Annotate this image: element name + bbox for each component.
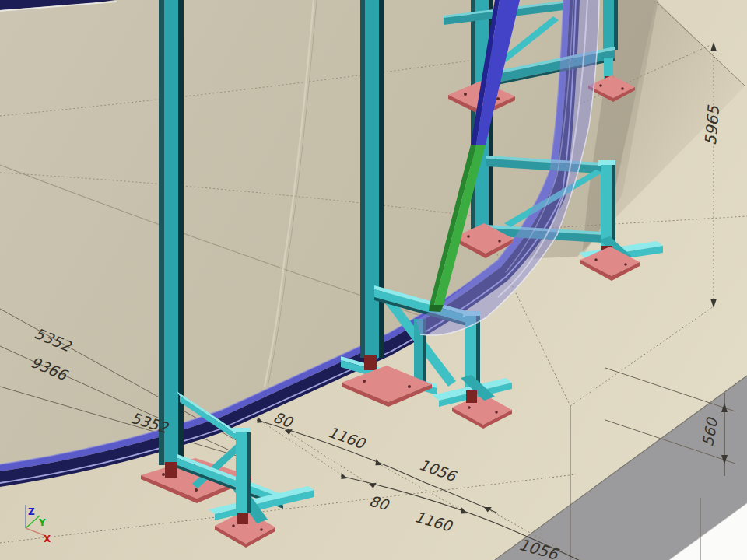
dim-label-5965: 5965 bbox=[701, 104, 723, 146]
stand-post bbox=[236, 432, 247, 513]
y-axis-label: Y bbox=[38, 517, 46, 528]
z-axis-label: Z bbox=[28, 506, 35, 517]
x-axis-label: X bbox=[44, 534, 51, 544]
anchor-stub bbox=[466, 390, 477, 403]
3d-model-viewport[interactable]: 5352 9366 5352 80 1160 1056 80 1160 1056… bbox=[0, 0, 747, 560]
anchor-stub bbox=[165, 462, 177, 478]
model-canvas[interactable]: 5352 9366 5352 80 1160 1056 80 1160 1056… bbox=[0, 0, 747, 560]
steel-column bbox=[360, 0, 384, 358]
anchor-stub bbox=[364, 355, 377, 370]
stand-post bbox=[601, 165, 612, 246]
steel-column bbox=[603, 0, 618, 50]
anchor-stub bbox=[237, 512, 248, 524]
